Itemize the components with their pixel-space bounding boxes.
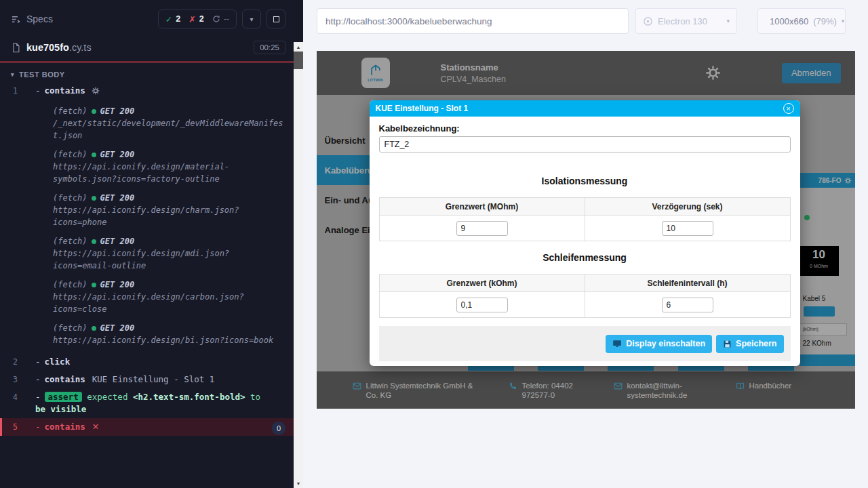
modal-header: KUE Einstellung - Slot 1 ×	[370, 100, 800, 117]
network-log-entry[interactable]: (fetch)GET 200https://api.iconify.design…	[53, 192, 294, 228]
reporter-toolbar: Specs ✓ 2 ✗ 2 -- ▾	[0, 0, 294, 35]
loop-interval-input[interactable]	[662, 298, 713, 312]
status-dot	[92, 326, 96, 331]
display-on-button[interactable]: Display einschalten	[606, 335, 712, 353]
isolation-table: Grenzwert (MOhm) Verzögerung (sek)	[379, 197, 791, 241]
network-log-entry[interactable]: (fetch)GET 200/_next/static/development/…	[53, 105, 294, 142]
specs-toggle[interactable]: Specs	[11, 14, 53, 24]
monitor-icon	[612, 339, 622, 348]
loop-section-title: Schleifenmessung	[379, 252, 791, 263]
scrollbar-cap	[294, 0, 303, 42]
aut-url-toolbar: Electron 130 ▾ 1000x660 (79%) ▾	[303, 0, 868, 42]
column-header: Grenzwert (MOhm)	[379, 198, 585, 216]
command-2-click[interactable]: 2-click	[0, 353, 294, 371]
collapse-reporter-button[interactable]: ▾	[242, 9, 261, 28]
section-label: TEST BODY	[19, 70, 64, 79]
spec-name: kue705fo.cy.ts	[26, 42, 92, 53]
network-log-entry[interactable]: (fetch)GET 200https://api.iconify.design…	[53, 322, 294, 346]
iso-delay-input[interactable]	[662, 221, 713, 236]
status-dot	[92, 152, 96, 157]
chevron-down-icon: ▾	[11, 71, 14, 78]
aut-pane: Electron 130 ▾ 1000x660 (79%) ▾ LITTWIN	[303, 0, 868, 488]
isolation-section-title: Isolationsmessung	[379, 176, 791, 186]
column-header: Schleifenintervall (h)	[585, 274, 790, 292]
scroll-down-arrow[interactable]: ▼	[294, 479, 303, 488]
cable-name-label: Kabelbezeichnung:	[379, 123, 791, 134]
electron-icon	[643, 16, 653, 26]
passed-count: 2	[176, 14, 180, 24]
status-dot	[92, 109, 96, 114]
scroll-up-arrow[interactable]: ▲	[294, 42, 303, 52]
loop-table: Grenzwert (kOhm) Schleifenintervall (h)	[379, 274, 791, 318]
check-icon: ✓	[165, 14, 172, 24]
command-1-contains[interactable]: 1-contains	[0, 82, 294, 101]
stat-pending: --	[212, 14, 229, 24]
aut-viewport: LITTWIN Stationsname CPLV4_Maschen Abmel…	[303, 42, 868, 488]
command-4-assert[interactable]: 4-assert expected <h2.text-sm.font-bold>…	[0, 388, 294, 418]
gear-icon	[92, 86, 100, 98]
chevron-down-icon: ▾	[726, 18, 730, 24]
viewport-zoom: (79%)	[813, 16, 837, 26]
browser-selector[interactable]: Electron 130 ▾	[635, 8, 737, 34]
stat-passed: ✓ 2	[165, 14, 180, 24]
command-3-contains[interactable]: 3-containsKUE Einstellung - Slot 1	[0, 371, 294, 388]
specs-label: Specs	[26, 14, 53, 24]
chevron-down-icon: ▾	[842, 18, 845, 24]
status-dot	[92, 283, 96, 287]
column-header: Verzögerung (sek)	[585, 198, 790, 216]
stop-icon	[273, 16, 279, 22]
network-log-entry[interactable]: (fetch)GET 200https://api.iconify.design…	[53, 279, 294, 315]
command-5-contains[interactable]: 5-contains✕0	[0, 418, 294, 436]
match-count-badge: 0	[272, 422, 285, 435]
loop-limit-input[interactable]	[456, 298, 508, 312]
close-icon[interactable]: ×	[783, 103, 794, 114]
pending-count: --	[224, 14, 229, 24]
failed-count: 2	[199, 14, 204, 24]
iso-limit-input[interactable]	[456, 221, 508, 236]
modal-footer: Display einschalten Speichern	[379, 326, 791, 361]
stop-run-button[interactable]	[267, 9, 285, 28]
browser-name: Electron 130	[658, 16, 707, 26]
refresh-icon	[212, 15, 220, 23]
status-dot	[92, 196, 96, 201]
x-icon: ✗	[189, 14, 195, 24]
save-button[interactable]: Speichern	[716, 335, 783, 353]
test-stats: ✓ 2 ✗ 2 --	[158, 9, 237, 28]
kue-settings-modal: KUE Einstellung - Slot 1 × Kabelbezeichn…	[370, 100, 800, 366]
viewport-selector[interactable]: 1000x660 (79%) ▾	[757, 8, 846, 34]
cypress-runner-window: Specs ✓ 2 ✗ 2 -- ▾	[0, 0, 868, 488]
floppy-save-icon	[723, 340, 732, 348]
command-log: 1-contains(fetch)GET 200/_next/static/de…	[0, 82, 294, 488]
fail-x-icon: ✕	[92, 422, 99, 432]
menu-icon	[11, 14, 21, 24]
column-header: Grenzwert (kOhm)	[379, 274, 585, 292]
network-log-entry[interactable]: (fetch)GET 200https://api.iconify.design…	[53, 235, 294, 272]
network-log-entry[interactable]: (fetch)GET 200https://api.iconify.design…	[53, 148, 294, 185]
reporter-scrollbar[interactable]: ▲ ▼	[294, 0, 303, 488]
file-icon	[11, 43, 21, 53]
test-body-section-header[interactable]: ▾ TEST BODY	[0, 63, 294, 82]
run-timer: 00:25	[254, 41, 285, 54]
address-bar[interactable]	[317, 8, 629, 34]
cypress-reporter-panel: Specs ✓ 2 ✗ 2 -- ▾	[0, 0, 294, 488]
scrollbar-thumb[interactable]	[294, 52, 303, 69]
cable-name-input[interactable]	[379, 136, 791, 152]
app-under-test: LITTWIN Stationsname CPLV4_Maschen Abmel…	[317, 51, 855, 409]
viewport-size: 1000x660	[770, 16, 808, 26]
stat-failed: ✗ 2	[189, 14, 203, 24]
modal-title: KUE Einstellung - Slot 1	[370, 104, 469, 113]
status-dot	[92, 239, 96, 244]
spec-header[interactable]: kue705fo.cy.ts 00:25	[0, 35, 294, 61]
